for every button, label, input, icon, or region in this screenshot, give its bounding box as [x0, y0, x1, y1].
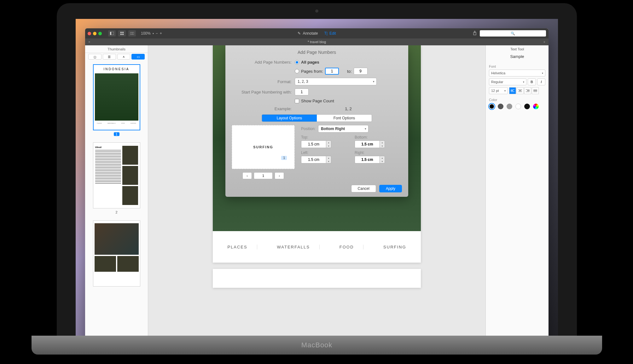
window-minimize-button[interactable]	[93, 32, 96, 35]
tab-font-options[interactable]: Font Options	[317, 115, 372, 122]
input-margin-right[interactable]	[355, 156, 380, 163]
label-bottom: Bottom:	[355, 135, 402, 139]
annotations-tab[interactable]: A	[117, 54, 131, 60]
radio-all-pages[interactable]	[295, 60, 299, 65]
preview-next-button[interactable]: ›	[275, 172, 284, 179]
zoom-in-button[interactable]: +	[160, 31, 162, 36]
annotate-mode-button[interactable]: ✎ Annotate	[298, 31, 318, 36]
pencil-icon: ✎	[298, 31, 301, 36]
window-maximize-button[interactable]	[98, 32, 102, 35]
zoom-out-button[interactable]: −	[156, 31, 158, 36]
color-label: Color	[489, 98, 545, 102]
select-font-size[interactable]: 12 pt	[489, 87, 508, 94]
font-label: Font	[489, 65, 545, 68]
preview-text: SURFING	[253, 145, 273, 149]
thumbnail-3[interactable]	[89, 220, 144, 287]
stepper-bottom[interactable]: ▲▼	[380, 140, 385, 148]
label-left: Left:	[301, 151, 348, 155]
input-margin-left[interactable]	[301, 156, 326, 163]
thumbnails-tab[interactable]: ▭	[131, 54, 145, 60]
label-pages-from: Pages from:	[301, 69, 323, 74]
bold-button[interactable]: B	[528, 78, 536, 85]
text-sample: Sample	[489, 54, 545, 59]
color-swatch-white[interactable]	[515, 104, 521, 109]
search-input[interactable]: 🔍	[480, 30, 546, 37]
grid-view-button[interactable]	[118, 30, 126, 37]
svg-rect-4	[120, 34, 122, 35]
stepper-right[interactable]: ▲▼	[380, 156, 385, 163]
input-page-to[interactable]	[354, 68, 368, 75]
label-show-page-count: Show Page Count	[301, 99, 334, 103]
input-start-number[interactable]	[295, 88, 309, 95]
apply-button[interactable]: Apply	[379, 185, 402, 192]
radio-pages-from[interactable]	[295, 69, 299, 73]
thumb2-number: 2	[89, 210, 144, 214]
camera	[315, 9, 318, 13]
input-page-from[interactable]	[325, 68, 339, 75]
text-tool-title: Text Tool	[489, 47, 545, 51]
select-position[interactable]: Bottom Right	[318, 125, 369, 133]
thumbnail-icon: ▭	[137, 55, 140, 59]
add-page-numbers-dialog: Add Page Numbers Add Page Numbers: All p…	[225, 45, 408, 197]
align-right-button[interactable]	[524, 87, 531, 94]
preview-prev-button[interactable]: ‹	[242, 172, 252, 179]
svg-rect-3	[122, 32, 124, 33]
sidebar-text-tool: Text Tool Sample Font Helvetica Regular …	[485, 45, 549, 353]
label-to: to:	[347, 69, 351, 74]
stepper-top[interactable]: ▲▼	[326, 140, 331, 148]
tab-close-button[interactable]: ×	[88, 40, 90, 44]
app-window: 100% ▾ − + ✎ Annotate T| Edit	[85, 28, 549, 353]
page-nav: PLACES WATERFALLS FOOD SURFING	[213, 231, 421, 263]
outline-tab[interactable]: ☰	[103, 54, 116, 60]
nav-food: FOOD	[330, 245, 364, 249]
page-2-top	[213, 269, 421, 288]
preview-page-input[interactable]	[254, 172, 273, 179]
thumb1-number: 1	[114, 132, 119, 136]
cancel-button[interactable]: Cancel	[351, 185, 376, 192]
bookmark-tab[interactable]: ◻	[88, 54, 102, 60]
svg-rect-1	[110, 32, 111, 35]
label-all-pages: All pages	[301, 60, 319, 65]
color-picker-button[interactable]	[533, 104, 539, 109]
label-top: Top:	[301, 135, 348, 139]
thumbnail-1[interactable]: INDONESIA PLACES WATERFALLS FOOD SURFING…	[89, 64, 144, 136]
layout-view-button[interactable]	[128, 30, 136, 37]
search-icon: 🔍	[511, 31, 515, 36]
thumb1-title: INDONESIA	[94, 65, 140, 73]
document-canvas[interactable]: PLACES WATERFALLS FOOD SURFING Add Page …	[148, 45, 485, 353]
italic-button[interactable]: I	[537, 78, 545, 85]
sidebar-left-title: Thumbnails	[85, 45, 148, 53]
sidebar-toggle-button[interactable]	[108, 30, 116, 37]
tab-add-button[interactable]: +	[543, 40, 545, 44]
thumbnail-2[interactable]: Ubud 2	[89, 142, 144, 214]
label-example: Example:	[232, 106, 295, 111]
align-center-button[interactable]	[517, 87, 524, 94]
share-button[interactable]	[473, 31, 477, 36]
color-swatch-black2[interactable]	[524, 104, 530, 109]
input-margin-top[interactable]	[301, 140, 326, 148]
color-swatch-black[interactable]	[489, 104, 495, 109]
edit-mode-button[interactable]: T| Edit	[324, 31, 336, 36]
color-swatch-gray[interactable]	[507, 104, 512, 109]
preview-box: SURFING 1	[232, 125, 295, 169]
text-cursor-icon: T|	[324, 31, 327, 36]
color-swatch-darkgray[interactable]	[498, 104, 503, 109]
input-margin-bottom[interactable]	[355, 140, 380, 148]
edit-label: Edit	[329, 31, 336, 36]
align-left-button[interactable]	[509, 87, 516, 94]
stepper-left[interactable]: ▲▼	[326, 156, 331, 163]
select-font-weight[interactable]: Regular	[489, 78, 526, 85]
select-font-family[interactable]: Helvetica	[489, 70, 545, 77]
tab-bar: × * travel blog +	[85, 38, 549, 45]
align-justify-button[interactable]	[532, 87, 539, 94]
select-format[interactable]: 1, 2, 3	[295, 78, 377, 85]
svg-rect-5	[122, 34, 124, 35]
toolbar: 100% ▾ − + ✎ Annotate T| Edit	[85, 28, 549, 38]
zoom-dropdown-icon[interactable]: ▾	[153, 32, 154, 35]
checkbox-show-page-count[interactable]	[295, 99, 299, 103]
annotate-label: Annotate	[303, 31, 318, 36]
label-start-with: Start Page Numbering with:	[232, 90, 295, 94]
window-close-button[interactable]	[88, 32, 91, 35]
zoom-level[interactable]: 100%	[141, 31, 151, 36]
tab-layout-options[interactable]: Layout Options	[262, 115, 317, 122]
